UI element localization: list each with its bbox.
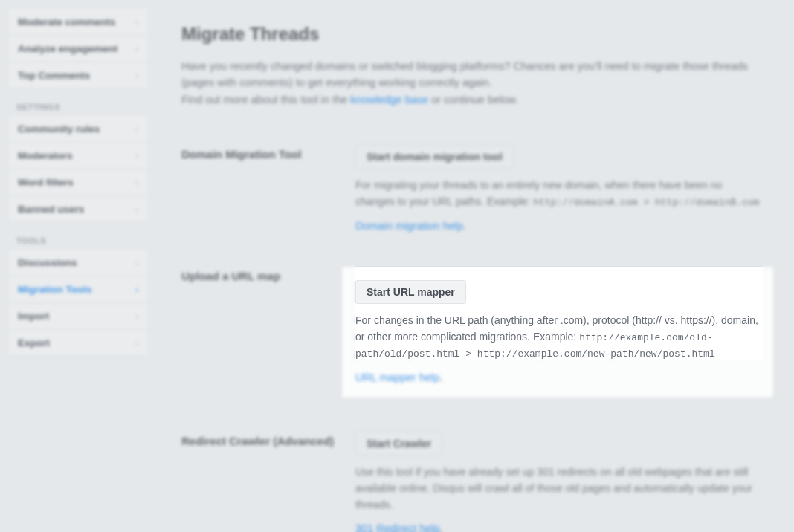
section-domain-migration: Domain Migration Tool Start domain migra… bbox=[181, 132, 760, 246]
intro-line1: Have you recently changed domains or swi… bbox=[181, 60, 748, 88]
sidebar-item-migration-tools[interactable]: Migration Tools › bbox=[9, 276, 147, 303]
section-description: For changes in the URL path (anything af… bbox=[355, 313, 760, 362]
sidebar-item-top-comments[interactable]: Top Comments › bbox=[9, 62, 147, 89]
chevron-right-icon: › bbox=[135, 151, 138, 161]
sidebar-item-label: Import bbox=[18, 311, 49, 322]
nav-group-settings: SETTINGS Community rules › Moderators › … bbox=[9, 97, 147, 223]
section-url-map: Upload a URL map Start URL mapper For ch… bbox=[181, 253, 760, 411]
nav-group-tools: TOOLS Discussions › Migration Tools › Im… bbox=[9, 230, 147, 357]
chevron-right-icon: › bbox=[135, 285, 138, 295]
sidebar: Moderate comments › Analyze engagement ›… bbox=[9, 9, 147, 532]
url-mapper-help-link[interactable]: URL mapper help bbox=[355, 372, 439, 383]
help-suffix: . bbox=[440, 522, 443, 532]
chevron-right-icon: › bbox=[135, 204, 138, 215]
sidebar-item-label: Word filters bbox=[18, 177, 74, 188]
example-code: http://domainA.com > http://domainB.com bbox=[533, 197, 759, 208]
section-body: Start domain migration tool For migratin… bbox=[355, 145, 760, 233]
sidebar-item-discussions[interactable]: Discussions › bbox=[9, 250, 147, 276]
start-crawler-button[interactable]: Start Crawler bbox=[355, 432, 442, 455]
section-heading: Upload a URL map bbox=[181, 267, 355, 398]
redirect-crawler-help-link[interactable]: 301 Redirect help bbox=[355, 522, 440, 532]
sidebar-item-banned-users[interactable]: Banned users › bbox=[9, 196, 147, 223]
sidebar-item-label: Migration Tools bbox=[18, 284, 92, 295]
sidebar-item-import[interactable]: Import › bbox=[9, 303, 147, 330]
chevron-right-icon: › bbox=[135, 311, 138, 322]
sidebar-item-label: Discussions bbox=[18, 257, 77, 268]
section-redirect-crawler: Redirect Crawler (Advanced) Start Crawle… bbox=[181, 418, 760, 532]
start-url-mapper-button[interactable]: Start URL mapper bbox=[355, 280, 466, 304]
chevron-right-icon: › bbox=[135, 124, 138, 134]
nav-group-moderation: Moderate comments › Analyze engagement ›… bbox=[9, 9, 147, 89]
sidebar-item-label: Moderate comments bbox=[18, 16, 115, 27]
chevron-right-icon: › bbox=[135, 338, 138, 348]
section-description: For migrating your threads to an entirel… bbox=[355, 178, 760, 210]
sidebar-item-label: Top Comments bbox=[18, 70, 90, 81]
section-body: Start Crawler Use this tool if you have … bbox=[355, 432, 760, 532]
chevron-right-icon: › bbox=[135, 17, 138, 27]
chevron-right-icon: › bbox=[135, 71, 138, 81]
help-suffix: . bbox=[463, 220, 466, 232]
sidebar-item-moderate-comments[interactable]: Moderate comments › bbox=[9, 9, 147, 36]
section-description: Use this tool if you have already set up… bbox=[355, 464, 760, 513]
main-content: Migrate Threads Have you recently change… bbox=[156, 9, 785, 532]
sidebar-item-label: Analyze engagement bbox=[18, 43, 117, 54]
section-heading: Domain Migration Tool bbox=[181, 145, 355, 233]
chevron-right-icon: › bbox=[135, 258, 138, 268]
intro-text: Have you recently changed domains or swi… bbox=[181, 58, 760, 108]
domain-migration-help-link[interactable]: Domain migration help bbox=[355, 220, 463, 232]
knowledge-base-link[interactable]: knowledge base bbox=[350, 94, 428, 106]
chevron-right-icon: › bbox=[135, 44, 138, 54]
nav-header-tools: TOOLS bbox=[9, 230, 147, 250]
sidebar-item-community-rules[interactable]: Community rules › bbox=[9, 116, 147, 143]
page-title: Migrate Threads bbox=[181, 24, 760, 45]
start-domain-migration-button[interactable]: Start domain migration tool bbox=[355, 145, 514, 169]
nav-header-settings: SETTINGS bbox=[9, 97, 147, 116]
sidebar-item-analyze-engagement[interactable]: Analyze engagement › bbox=[9, 36, 147, 62]
chevron-right-icon: › bbox=[135, 178, 138, 188]
sidebar-item-label: Moderators bbox=[18, 150, 73, 161]
sidebar-item-label: Export bbox=[18, 337, 50, 348]
sidebar-item-label: Community rules bbox=[18, 123, 100, 134]
sidebar-item-moderators[interactable]: Moderators › bbox=[9, 143, 147, 169]
section-body-highlight: Start URL mapper For changes in the URL … bbox=[342, 267, 773, 398]
sidebar-item-label: Banned users bbox=[18, 204, 84, 215]
sidebar-item-word-filters[interactable]: Word filters › bbox=[9, 169, 147, 196]
section-heading: Redirect Crawler (Advanced) bbox=[181, 432, 355, 532]
help-suffix: . bbox=[439, 371, 442, 383]
intro-line2b: or continue below. bbox=[428, 94, 518, 106]
sidebar-item-export[interactable]: Export › bbox=[9, 330, 147, 357]
intro-line2a: Find out more about this tool in the bbox=[181, 94, 350, 106]
